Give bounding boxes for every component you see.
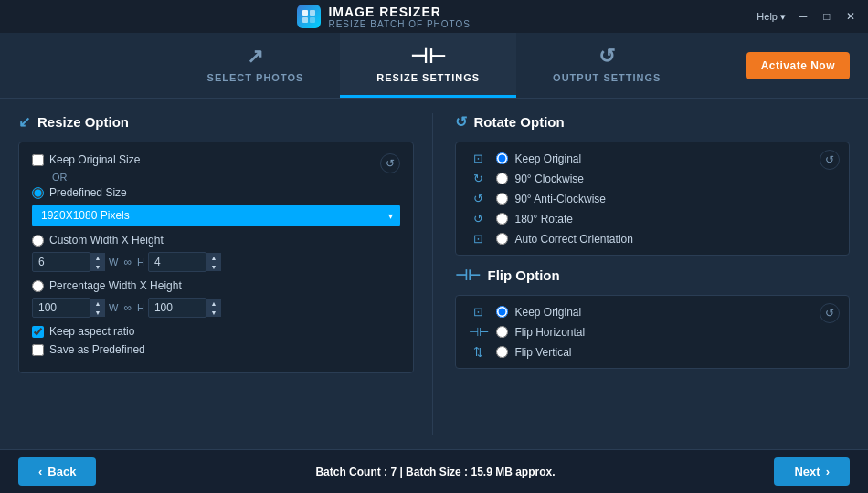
flip-horizontal-radio[interactable] xyxy=(496,326,508,338)
custom-width-up[interactable]: ▲ xyxy=(90,253,105,262)
link-icon: ∞ xyxy=(123,256,132,268)
back-button[interactable]: ‹ Back xyxy=(18,457,96,486)
rotate-180-icon: ↺ xyxy=(469,212,489,226)
predefined-size-row: Predefined Size xyxy=(32,186,400,199)
predefined-size-label: Predefined Size xyxy=(49,186,127,199)
rotate-180-radio[interactable] xyxy=(496,213,508,225)
title-bar-right: Help ▾ ─ □ ✕ xyxy=(757,10,857,23)
custom-width-down[interactable]: ▼ xyxy=(90,262,105,271)
percent-width-up[interactable]: ▲ xyxy=(90,299,105,308)
flip-options-box: ↺ ⊡ Keep Original ⊣⊢ Flip Horizontal ⇅ F… xyxy=(455,295,851,369)
help-button[interactable]: Help ▾ xyxy=(757,11,786,23)
custom-size-radio[interactable] xyxy=(32,235,44,246)
keep-original-size-checkbox[interactable] xyxy=(32,154,44,166)
next-icon: › xyxy=(826,465,830,478)
predefined-size-radio[interactable] xyxy=(32,187,44,199)
app-icon xyxy=(297,5,321,28)
next-button[interactable]: Next › xyxy=(774,457,850,486)
custom-height-input[interactable] xyxy=(148,252,206,272)
percent-height-down[interactable]: ▼ xyxy=(206,308,221,317)
percent-dim-row: ▲ ▼ W ∞ H ▲ ▼ xyxy=(32,298,400,318)
close-button[interactable]: ✕ xyxy=(844,10,857,23)
rotate-option-icon: ↺ xyxy=(455,113,467,131)
flip-horizontal-label: Flip Horizontal xyxy=(515,326,586,339)
rotate-90acw-row: ↺ 90° Anti-Clockwise xyxy=(469,192,837,205)
keep-aspect-checkbox[interactable] xyxy=(32,326,44,338)
rotate-reset-button[interactable]: ↺ xyxy=(820,150,840,170)
resize-option-icon: ↙ xyxy=(18,113,30,131)
percent-width-down[interactable]: ▼ xyxy=(90,308,105,317)
minimize-button[interactable]: ─ xyxy=(797,10,810,23)
title-bar: IMAGE RESIZER RESIZE BATCH OF PHOTOS Hel… xyxy=(0,0,868,33)
main-content: ↙ Resize Option ↺ Keep Original Size OR … xyxy=(0,99,868,449)
percentage-size-radio[interactable] xyxy=(32,280,44,292)
flip-vertical-radio[interactable] xyxy=(496,346,508,358)
custom-width-spinners: ▲ ▼ xyxy=(90,253,105,271)
flip-reset-button[interactable]: ↺ xyxy=(820,303,840,323)
batch-count-label: Batch Count : xyxy=(315,466,387,478)
percent-height-spinners: ▲ ▼ xyxy=(206,299,221,317)
rotate-90acw-radio[interactable] xyxy=(496,193,508,205)
percent-width-input[interactable] xyxy=(32,298,90,318)
custom-h-label: H xyxy=(137,257,144,267)
rotate-90cw-row: ↻ 90° Clockwise xyxy=(469,172,837,185)
flip-keep-original-row: ⊡ Keep Original xyxy=(469,305,837,319)
resize-reset-button[interactable]: ↺ xyxy=(380,153,400,173)
custom-height-down[interactable]: ▼ xyxy=(206,262,221,271)
rotate-auto-icon: ⊡ xyxy=(469,232,489,246)
keep-aspect-row: Keep aspect ratio xyxy=(32,325,400,338)
batch-count-value: 7 xyxy=(390,466,397,478)
keep-aspect-label: Keep aspect ratio xyxy=(49,325,134,338)
flip-option-title: ⊣⊢ Flip Option xyxy=(455,267,851,284)
or-divider: OR xyxy=(52,172,400,183)
percentage-size-label: Percentage Width X Height xyxy=(49,279,182,292)
percent-height-input[interactable] xyxy=(148,298,206,318)
percent-height-up[interactable]: ▲ xyxy=(206,299,221,308)
predefined-size-select[interactable]: 1920X1080 Pixels 1280X720 Pixels 800X600… xyxy=(32,205,400,226)
app-subtitle: RESIZE BATCH OF PHOTOS xyxy=(328,19,471,29)
rotate-90cw-radio[interactable] xyxy=(496,173,508,184)
svg-rect-3 xyxy=(310,17,315,23)
custom-dim-row: ▲ ▼ W ∞ H ▲ ▼ xyxy=(32,252,400,272)
maximize-button[interactable]: □ xyxy=(820,10,833,23)
keep-original-size-row: Keep Original Size xyxy=(32,153,380,166)
custom-height-up[interactable]: ▲ xyxy=(206,253,221,262)
title-bar-center: IMAGE RESIZER RESIZE BATCH OF PHOTOS xyxy=(297,5,471,29)
rotate-180-row: ↺ 180° Rotate xyxy=(469,212,837,226)
rotate-90cw-icon: ↻ xyxy=(469,172,489,185)
nav-resize-settings[interactable]: ⊣⊢ RESIZE SETTINGS xyxy=(340,33,516,98)
resize-option-panel: ↙ Resize Option ↺ Keep Original Size OR … xyxy=(18,113,433,435)
activate-now-button[interactable]: Activate Now xyxy=(746,52,850,79)
flip-option-icon: ⊣⊢ xyxy=(455,267,481,284)
rotate-auto-radio[interactable] xyxy=(496,233,508,245)
save-predefined-row: Save as Predefined xyxy=(32,343,400,356)
rotate-option-title: ↺ Rotate Option xyxy=(455,113,851,131)
percent-width-spinners: ▲ ▼ xyxy=(90,299,105,317)
percent-w-label: W xyxy=(109,302,118,313)
flip-vertical-icon: ⇅ xyxy=(469,345,489,359)
nav-select-photos[interactable]: ↗ SELECT PHOTOS xyxy=(171,33,341,98)
svg-rect-2 xyxy=(302,17,308,23)
percent-h-label: H xyxy=(137,302,144,313)
footer: ‹ Back Batch Count : 7 | Batch Size : 15… xyxy=(0,449,868,493)
resize-option-title: ↙ Resize Option xyxy=(18,113,414,131)
predefined-select-wrapper: 1920X1080 Pixels 1280X720 Pixels 800X600… xyxy=(32,205,400,226)
save-predefined-checkbox[interactable] xyxy=(32,344,44,356)
rotate-keep-icon: ⊡ xyxy=(469,152,489,165)
flip-keep-icon: ⊡ xyxy=(469,305,489,319)
rotate-keep-original-row: ⊡ Keep Original xyxy=(469,152,837,165)
resize-settings-label: RESIZE SETTINGS xyxy=(376,72,480,83)
select-photos-label: SELECT PHOTOS xyxy=(207,72,304,83)
custom-height-spinners: ▲ ▼ xyxy=(206,253,221,271)
custom-width-input[interactable] xyxy=(32,252,90,272)
output-settings-label: OUTPUT SETTINGS xyxy=(553,72,661,83)
footer-info: Batch Count : 7 | Batch Size : 15.9 MB a… xyxy=(315,466,555,478)
flip-keep-radio[interactable] xyxy=(496,306,508,318)
save-predefined-label: Save as Predefined xyxy=(49,343,145,356)
nav-bar: ↗ SELECT PHOTOS ⊣⊢ RESIZE SETTINGS ↺ OUT… xyxy=(0,33,868,99)
rotate-keep-radio[interactable] xyxy=(496,152,508,164)
flip-vertical-label: Flip Vertical xyxy=(515,346,572,359)
next-label: Next xyxy=(794,465,820,478)
nav-output-settings[interactable]: ↺ OUTPUT SETTINGS xyxy=(516,33,697,98)
resize-options-box: ↺ Keep Original Size OR Predefined Size … xyxy=(18,142,414,373)
